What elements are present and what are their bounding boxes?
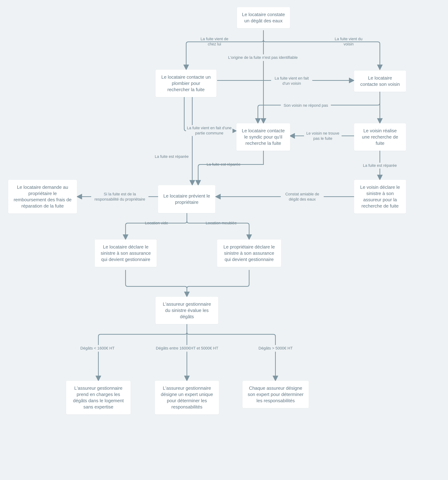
node-voisin-recherche: Le voisin réalise une recherche de fuite: [354, 123, 406, 151]
edge-degats-5000: Dégâts > 5000€ HT: [250, 345, 302, 352]
edge-vient-chez-lui: La fuite vient de chez lui: [198, 36, 231, 47]
edge-pas-identifiable: L'origine de la fuite n'est pas identifi…: [225, 54, 300, 61]
edge-degats-1600: Dégâts < 1600€ HT: [73, 345, 122, 352]
node-remboursement: Le locataire demande au propriétaire le …: [8, 180, 77, 213]
edge-location-vide: Location vide: [138, 221, 168, 226]
node-contacte-voisin: Le locataire contacte son voisin: [354, 71, 406, 92]
edge-reparee-1: La fuite est réparée: [152, 154, 191, 160]
edge-vient-voisin: La fuite vient du voisin: [332, 36, 366, 47]
edge-voisin-repond-pas: Son voisin ne répond pas: [281, 103, 331, 108]
edge-resp-proprietaire: Si la fuite est de la responsabilité du …: [91, 191, 149, 203]
node-plombier: Le locataire contacte un plombier pour r…: [156, 70, 216, 97]
node-previent-prop: Le locataire prévient le propriétaire: [158, 185, 215, 213]
node-plus-5000: Chaque assureur désigne son expert pour …: [242, 381, 309, 408]
node-1600-5000: L'assureur gestionnaire désigne un exper…: [155, 381, 219, 414]
node-moins-1600: L'assureur gestionnaire prend en charges…: [66, 381, 131, 414]
node-proprietaire-assurance: Le propriétaire déclare le sinistre à so…: [217, 240, 281, 267]
edge-vient-en-fait-voisin: La fuite vient en fait d'un voisin: [271, 75, 312, 87]
node-voisin-declare: Le voisin déclare le sinistre à son assu…: [354, 180, 406, 213]
edge-degats-1600-5000: Dégâts entre 1600€HT et 5000€ HT: [151, 345, 223, 352]
edge-constat-amiable: Constat amiable de dégât des eaux: [281, 191, 324, 203]
node-locataire-assurance: Le locataire déclare le sinistre à son a…: [95, 240, 157, 267]
flowchart-canvas: Le locataire constate un dégât des eaux …: [0, 0, 448, 480]
edge-partie-commune: La fuite vient en fait d'une partie comm…: [186, 125, 233, 136]
edge-reparee-3: La fuite est réparée: [360, 163, 399, 169]
node-assureur-evalue: L'assureur gestionnaire du sinistre éval…: [156, 297, 218, 324]
edge-voisin-trouve-pas: Le voisin ne trouve pas le fuite: [304, 130, 341, 141]
node-constate: Le locataire constate un dégât des eaux: [237, 7, 290, 28]
edge-reparee-2: La fuite est réparée: [204, 162, 243, 167]
edge-location-meublee: Location meublée: [206, 221, 245, 226]
node-syndic: Le locataire contacte le syndic pour qu'…: [236, 123, 290, 151]
